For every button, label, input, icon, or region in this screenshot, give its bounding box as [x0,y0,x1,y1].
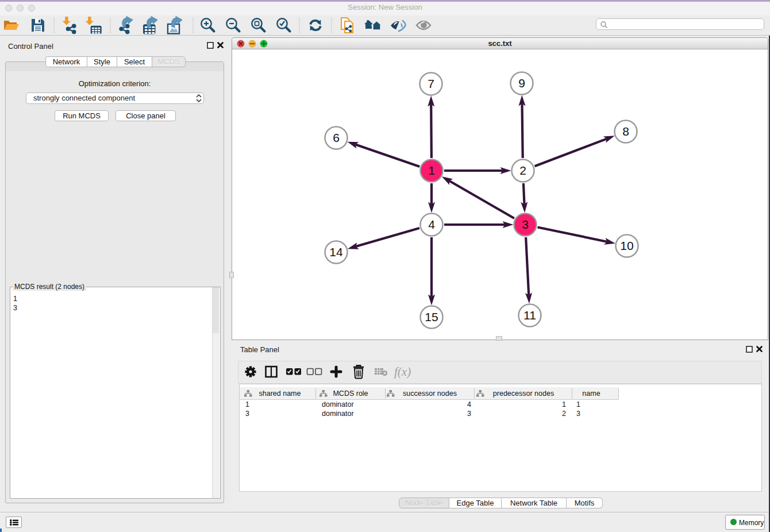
svg-text:8: 8 [622,125,629,138]
svg-text:7: 7 [428,77,434,90]
svg-text:MCDS role: MCDS role [333,390,368,398]
svg-text:shared name: shared name [259,390,301,398]
svg-text:11: 11 [523,309,536,322]
svg-text:successor nodes: successor nodes [403,390,457,398]
svg-text:name: name [582,390,600,398]
svg-text:4: 4 [428,218,435,231]
svg-text:10: 10 [620,239,633,252]
svg-text:1: 1 [428,164,435,177]
svg-text:9: 9 [518,76,525,90]
svg-text:f(x): f(x) [394,365,411,379]
svg-text:15: 15 [425,310,438,323]
svg-text:2: 2 [519,164,526,177]
svg-text:6: 6 [333,131,340,144]
svg-text:14: 14 [329,245,343,259]
svg-text:3: 3 [522,218,529,231]
svg-text:predecessor nodes: predecessor nodes [493,390,554,398]
